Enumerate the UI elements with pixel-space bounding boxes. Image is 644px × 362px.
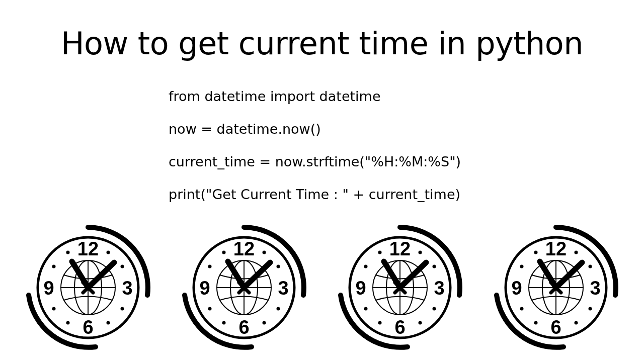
svg-text:9: 9 (511, 278, 522, 299)
svg-point-71 (575, 321, 578, 325)
svg-point-50 (419, 321, 422, 325)
svg-text:9: 9 (199, 278, 210, 299)
code-block: from datetime import datetime now = date… (169, 89, 644, 201)
svg-point-28 (277, 307, 280, 311)
svg-point-26 (263, 251, 266, 254)
svg-point-30 (222, 321, 226, 325)
svg-text:3: 3 (122, 278, 132, 299)
svg-point-10 (52, 307, 56, 311)
clock-icon: 12 3 6 9 (174, 222, 314, 353)
code-line-1: from datetime import datetime (169, 89, 644, 103)
code-line-2: now = datetime.now() (169, 122, 644, 136)
svg-point-74 (520, 265, 524, 268)
svg-point-29 (263, 321, 266, 325)
clocks-row: 12 3 6 9 (0, 222, 644, 353)
svg-point-47 (419, 251, 422, 254)
svg-point-73 (520, 307, 524, 311)
svg-point-8 (107, 321, 110, 325)
svg-point-68 (575, 251, 578, 254)
svg-text:3: 3 (434, 278, 444, 299)
clock-icon: 12 3 6 9 (486, 222, 626, 353)
svg-point-53 (364, 265, 368, 268)
clock-icon: 12 3 6 9 (18, 222, 158, 353)
svg-text:12: 12 (389, 238, 411, 259)
svg-point-48 (433, 265, 436, 268)
svg-point-6 (121, 265, 124, 268)
svg-point-33 (222, 251, 226, 254)
svg-point-9 (66, 321, 70, 325)
svg-point-27 (277, 265, 280, 268)
svg-point-69 (589, 265, 592, 268)
svg-point-75 (534, 251, 538, 254)
svg-point-32 (208, 265, 212, 268)
svg-point-72 (534, 321, 538, 325)
svg-text:12: 12 (77, 238, 99, 259)
svg-point-49 (433, 307, 436, 311)
svg-point-51 (378, 321, 382, 325)
svg-point-54 (378, 251, 382, 254)
svg-point-12 (66, 251, 70, 254)
svg-text:12: 12 (233, 238, 255, 259)
svg-point-11 (52, 265, 56, 268)
svg-point-5 (107, 251, 110, 254)
code-line-4: print("Get Current Time : " + current_ti… (169, 188, 644, 201)
page-title: How to get current time in python (0, 0, 644, 62)
svg-text:6: 6 (238, 317, 249, 338)
svg-text:6: 6 (394, 317, 405, 338)
svg-text:3: 3 (278, 278, 288, 299)
svg-text:9: 9 (43, 278, 54, 299)
svg-text:9: 9 (355, 278, 366, 299)
svg-point-52 (364, 307, 368, 311)
svg-text:6: 6 (83, 317, 93, 338)
svg-text:6: 6 (550, 317, 561, 338)
clock-icon: 12 3 6 9 (330, 222, 470, 353)
svg-text:12: 12 (545, 238, 567, 259)
svg-point-70 (589, 307, 592, 311)
svg-text:3: 3 (590, 278, 600, 299)
svg-point-7 (121, 307, 124, 311)
svg-point-31 (208, 307, 212, 311)
code-line-3: current_time = now.strftime("%H:%M:%S") (169, 155, 644, 168)
